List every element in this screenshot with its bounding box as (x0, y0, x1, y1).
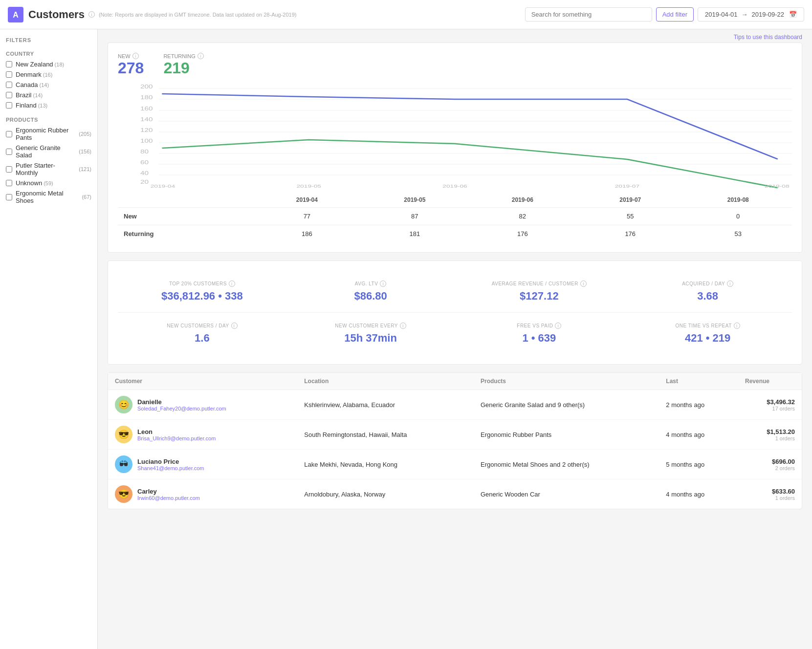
avg-ltv-info-icon[interactable]: i (380, 281, 386, 287)
product-checkbox[interactable] (6, 131, 12, 137)
svg-text:180: 180 (140, 95, 153, 101)
product-filter-count: (156) (79, 149, 91, 154)
tips-link-container: Tips to use this dashboard (108, 29, 802, 43)
country-checkbox[interactable] (6, 82, 12, 88)
last-cell: 4 months ago (659, 420, 738, 450)
customer-info: Luciano Price Shane41@demo.putler.com (137, 458, 204, 471)
avatar: 😎 (115, 426, 132, 443)
customer-email[interactable]: Shane41@demo.putler.com (137, 465, 204, 471)
customer-cell: 🕶 Luciano Price Shane41@demo.putler.com (108, 450, 297, 479)
product-filters: Ergonomic Rubber Pants (205) Generic Gra… (6, 127, 91, 204)
product-checkbox[interactable] (6, 180, 12, 186)
country-checkbox[interactable] (6, 61, 12, 67)
new-metric: NEW i 278 (118, 53, 144, 77)
orders-value: 2 orders (745, 465, 795, 471)
row-value: 87 (361, 208, 468, 225)
location-cell: Arnoldobury, Alaska, Norway (297, 479, 474, 509)
products-cell: Generic Granite Salad and 9 other(s) (474, 390, 659, 420)
product-checkbox[interactable] (6, 166, 12, 173)
date-range-picker[interactable]: 2019-04-01 → 2019-09-22 📅 (698, 7, 804, 22)
col-header-empty (118, 193, 253, 208)
customer-name: Luciano Price (137, 458, 204, 465)
avg-ltv-stat: AVG. LTV i $86.80 (286, 281, 455, 303)
free-vs-paid-info-icon[interactable]: i (555, 323, 561, 329)
country-filter-item: Brazil (14) (6, 91, 91, 99)
product-checkbox[interactable] (6, 149, 12, 155)
acquired-label: ACQUIRED / DAY (682, 281, 725, 286)
col-2019-04: 2019-04 (253, 193, 361, 208)
top20-stat: TOP 20% CUSTOMERS i $36,812.96 • 338 (118, 281, 286, 303)
country-filter-count: (14) (40, 82, 49, 88)
customer-name: Leon (137, 428, 216, 435)
avg-revenue-info-icon[interactable]: i (580, 281, 587, 287)
chart-header: NEW i 278 RETURNING i 219 (118, 53, 792, 77)
location-cell: Kshlerinview, Alabama, Ecuador (297, 390, 474, 420)
customer-email[interactable]: Soledad_Fahey20@demo.putler.com (137, 406, 226, 411)
page-title: Customers (28, 8, 85, 21)
returning-info-icon[interactable]: i (198, 53, 204, 59)
customer-info: Carley Irwin60@demo.putler.com (137, 488, 200, 501)
country-checkbox[interactable] (6, 92, 12, 98)
top20-info-icon[interactable]: i (229, 281, 235, 287)
revenue-cell: $3,496.32 17 orders (738, 390, 802, 420)
avg-revenue-label: AVERAGE REVENUE / CUSTOMER (492, 281, 578, 286)
products-cell: Generic Wooden Car (474, 479, 659, 509)
country-filter-label: Denmark (16, 71, 42, 78)
customers-col-header: Revenue (738, 373, 802, 390)
row-value: 176 (576, 225, 684, 243)
date-to: 2019-09-22 (752, 11, 785, 18)
new-every-info-icon[interactable]: i (400, 323, 406, 329)
search-input[interactable] (525, 7, 652, 22)
new-per-day-info-icon[interactable]: i (231, 323, 238, 329)
new-info-icon[interactable]: i (132, 53, 139, 59)
country-checkbox[interactable] (6, 71, 12, 78)
products-cell: Ergonomic Metal Shoes and 2 other(s) (474, 450, 659, 479)
returning-metric: RETURNING i 219 (163, 53, 203, 77)
svg-text:2019-07: 2019-07 (615, 183, 640, 188)
customer-email[interactable]: Irwin60@demo.putler.com (137, 495, 200, 501)
revenue-value: $696.00 (745, 458, 795, 465)
tips-link[interactable]: Tips to use this dashboard (734, 34, 802, 41)
country-section-title: COUNTRY (6, 51, 91, 57)
last-cell: 4 months ago (659, 479, 738, 509)
avatar: 🕶 (115, 455, 132, 473)
chart-card: NEW i 278 RETURNING i 219 200 (108, 43, 802, 253)
country-filter-count: (16) (43, 72, 53, 78)
acquired-info-icon[interactable]: i (727, 281, 733, 287)
svg-text:200: 200 (140, 84, 153, 90)
svg-text:2019-05: 2019-05 (296, 183, 321, 188)
svg-text:80: 80 (140, 149, 149, 155)
revenue-cell: $1,513.20 1 orders (738, 420, 802, 450)
country-filter-label: Brazil (16, 91, 32, 99)
products-section-title: PRODUCTS (6, 117, 91, 123)
one-time-info-icon[interactable]: i (734, 323, 740, 329)
avg-ltv-label: AVG. LTV (355, 281, 378, 286)
country-checkbox[interactable] (6, 102, 12, 108)
app-logo: A (8, 7, 23, 22)
product-checkbox[interactable] (6, 194, 12, 200)
revenue-cell: $633.60 1 orders (738, 479, 802, 509)
avg-revenue-stat: AVERAGE REVENUE / CUSTOMER i $127.12 (455, 281, 624, 303)
date-separator: → (742, 11, 748, 18)
row-value: 176 (469, 225, 576, 243)
country-filter-label: Finland (16, 102, 37, 109)
new-every-label: NEW CUSTOMER EVERY (335, 323, 398, 328)
avatar: 😎 (115, 485, 132, 503)
free-vs-paid-value: 1 • 639 (460, 332, 619, 345)
row-value: 0 (684, 208, 792, 225)
row-value: 181 (361, 225, 468, 243)
one-time-label: ONE TIME VS REPEAT (675, 323, 731, 328)
svg-text:2019-08: 2019-08 (765, 183, 790, 188)
customers-card: CustomerLocationProductsLastRevenue 😊 Da… (108, 372, 802, 509)
col-2019-07: 2019-07 (576, 193, 684, 208)
product-filter-count: (121) (79, 166, 91, 172)
customer-email[interactable]: Brisa_Ullrich9@demo.putler.com (137, 435, 216, 441)
add-filter-button[interactable]: Add filter (656, 7, 694, 22)
svg-text:A: A (13, 11, 19, 19)
svg-text:60: 60 (140, 160, 149, 166)
row-label: New (118, 208, 253, 225)
customers-col-header: Location (297, 373, 474, 390)
app-header: A Customers i (Note: Reports are display… (0, 0, 812, 29)
products-cell: Ergonomic Rubber Pants (474, 420, 659, 450)
title-info-icon[interactable]: i (88, 11, 95, 18)
